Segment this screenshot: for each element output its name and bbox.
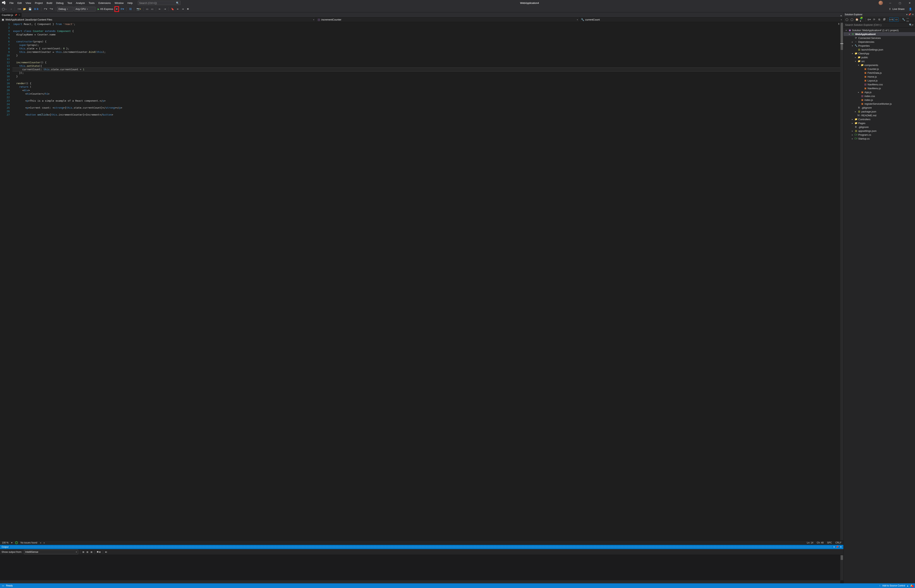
tree-node[interactable]: ▸C#Program.cs	[844, 133, 915, 137]
browser-link-button[interactable]: ⟳▾	[120, 7, 125, 11]
scrollbar-thumb[interactable]	[841, 23, 843, 50]
sol-collapse-button[interactable]: ⧉	[877, 18, 881, 22]
tree-node[interactable]: 🗎.gitignore	[844, 125, 915, 129]
code-line[interactable]: }	[12, 54, 840, 57]
next-bookmark-button[interactable]: ↠	[181, 7, 185, 11]
screenshot-button[interactable]: 📷▾	[136, 7, 142, 11]
code-line[interactable]: ⊟ this.setState({	[12, 64, 840, 68]
publish-icon[interactable]: ↑	[879, 584, 880, 587]
tree-node[interactable]: ▾⊕WebApplication4	[844, 32, 915, 36]
output-title-grip[interactable]	[10, 546, 832, 548]
bookmark-button[interactable]: 🔖	[170, 7, 175, 11]
output-text-area[interactable]	[0, 555, 843, 583]
output-trace-button[interactable]: ⏯	[105, 551, 107, 553]
uncomment-button[interactable]: ▭	[150, 7, 154, 11]
menu-debug[interactable]: Debug	[54, 1, 65, 5]
sol-home-button[interactable]: 🏠	[855, 18, 859, 22]
code-line[interactable]: ⊟ <div>	[12, 89, 840, 92]
clear-bookmarks-button[interactable]: ✖	[186, 7, 190, 11]
quick-search-box[interactable]: Search (Ctrl+Q) 🔍	[138, 1, 181, 5]
close-tab-icon[interactable]: ✕	[19, 14, 20, 16]
nav-type-dropdown[interactable]: ◫ incrementCounter	[316, 18, 580, 22]
undo-button[interactable]: ↶▾	[43, 7, 48, 11]
document-tab[interactable]: Counter.js 📌 ✕	[0, 13, 22, 17]
code-line[interactable]: });	[12, 71, 840, 75]
tree-node[interactable]: M↓README.md	[844, 113, 915, 117]
expand-toggle-icon[interactable]: ▾	[851, 45, 854, 47]
code-line[interactable]: displayName = Counter.name	[12, 33, 840, 36]
sol-show-all-button[interactable]: 🗐	[882, 18, 886, 22]
code-line[interactable]	[12, 36, 840, 40]
prev-bookmark-button[interactable]: ↞	[176, 7, 180, 11]
save-all-button[interactable]: 🗎🗎	[33, 7, 40, 11]
tree-node[interactable]: ▤NavMenu.css	[844, 82, 915, 86]
tree-node[interactable]: ▸📁Pages	[844, 121, 915, 125]
tree-node[interactable]: ▣index.js	[844, 98, 915, 102]
code-line[interactable]: this.state = { currentCount: 0 };	[12, 47, 840, 50]
tree-node[interactable]: ▾📁src	[844, 59, 915, 63]
platform-dropdown[interactable]: Any CPU	[74, 7, 95, 11]
tree-node[interactable]: ▣Layout.js	[844, 79, 915, 82]
attach-to-process-button[interactable]: ⛓	[128, 7, 133, 11]
code-line[interactable]	[12, 95, 840, 99]
code-line[interactable]: <p>Current count: <strong>{this.state.cu…	[12, 106, 840, 110]
menu-analyze[interactable]: Analyze	[74, 1, 87, 5]
code-editor[interactable]: 1234567891011121314151617181920212223242…	[0, 22, 843, 540]
live-share-label[interactable]: Live Share	[892, 8, 905, 10]
zoom-dropdown-caret[interactable]	[11, 541, 12, 544]
expand-toggle-icon[interactable]: ▸	[851, 137, 854, 140]
solution-search-box[interactable]: Search Solution Explorer (Ctrl+;) 🔍▾	[844, 23, 915, 27]
tree-node[interactable]: ▸▣App.js	[844, 90, 915, 94]
nav-scope-dropdown[interactable]: ▣ WebApplication4 JavaScript Content Fil…	[0, 18, 316, 22]
tree-node[interactable]: ▾▣Solution 'WebApplication4' (1 of 1 pro…	[844, 28, 915, 32]
caret-up-icon[interactable]: ▴	[907, 584, 908, 587]
pin-icon[interactable]: 📌	[15, 14, 17, 16]
code-line[interactable]: ⊟ incrementCounter() {	[12, 61, 840, 64]
code-line[interactable]: return (	[12, 85, 840, 89]
sol-refresh-button[interactable]: ⟳	[872, 18, 876, 22]
code-line[interactable]	[12, 110, 840, 113]
solution-tree[interactable]: ▾▣Solution 'WebApplication4' (1 of 1 pro…	[844, 27, 915, 583]
outdent-button[interactable]: ⇤	[158, 7, 162, 11]
expand-toggle-icon[interactable]: ▾	[857, 64, 860, 66]
expand-toggle-icon[interactable]: ▸	[854, 110, 857, 113]
sol-track-button[interactable]: ▭	[894, 18, 899, 22]
code-line[interactable]	[12, 26, 840, 29]
expand-toggle-icon[interactable]: ▸	[851, 118, 854, 120]
sol-fwd-button[interactable]: ◯	[850, 18, 854, 22]
panel-pin-icon[interactable]: 📌	[908, 13, 911, 16]
menu-test[interactable]: Test	[66, 1, 74, 5]
tree-node[interactable]: ▣Counter.js	[844, 67, 915, 71]
expand-toggle-icon[interactable]: ▾	[848, 33, 850, 35]
sol-previewselected-button[interactable]: —▭	[907, 18, 911, 22]
code-line[interactable]: currentCount: this.state.currentCount + …	[12, 68, 840, 71]
tree-node[interactable]: ▸📁Controllers	[844, 117, 915, 121]
tree-node[interactable]: ▸▤appsettings.json	[844, 129, 915, 133]
code-line[interactable]: this.incrementCounter = this.incrementCo…	[12, 50, 840, 54]
tree-node[interactable]: ▾📁ClientApp	[844, 52, 915, 55]
nav-member-dropdown[interactable]: 🔧 currentCount	[580, 18, 843, 22]
comment-button[interactable]: ▭	[145, 7, 149, 11]
configuration-dropdown[interactable]: Debug	[57, 7, 73, 11]
expand-toggle-icon[interactable]: ▸	[851, 134, 854, 136]
expand-toggle-icon[interactable]: ▸	[851, 122, 854, 124]
expand-toggle-icon[interactable]: ▸	[851, 130, 854, 132]
sol-back-button[interactable]: ◯	[845, 18, 849, 22]
tree-node[interactable]: ▤index.css	[844, 94, 915, 98]
menu-edit[interactable]: Edit	[16, 1, 23, 5]
code-line[interactable]: ⊟ constructor(props) {	[12, 40, 840, 44]
panel-close-icon[interactable]: ✕	[840, 546, 842, 548]
feedback-button[interactable]: 👤	[909, 8, 912, 10]
expand-toggle-icon[interactable]: ▾	[851, 52, 854, 55]
tree-node[interactable]: ▤launchSettings.json	[844, 48, 915, 52]
code-surface[interactable]: import React, { Component } from 'react'…	[12, 22, 840, 540]
output-clear-button[interactable]: ≣	[82, 551, 84, 553]
code-line[interactable]: <p>This is a simple example of a React c…	[12, 99, 840, 103]
tree-node[interactable]: ▣registerServiceWorker.js	[844, 102, 915, 106]
menu-extensions[interactable]: Extensions	[97, 1, 113, 5]
menu-view[interactable]: View	[24, 1, 33, 5]
code-line[interactable]: }	[12, 75, 840, 78]
sol-switch-view-button[interactable]: 🧩▾	[860, 18, 864, 22]
panel-close-icon[interactable]: ✕	[912, 13, 914, 16]
tab-overflow-button[interactable]	[839, 15, 843, 17]
